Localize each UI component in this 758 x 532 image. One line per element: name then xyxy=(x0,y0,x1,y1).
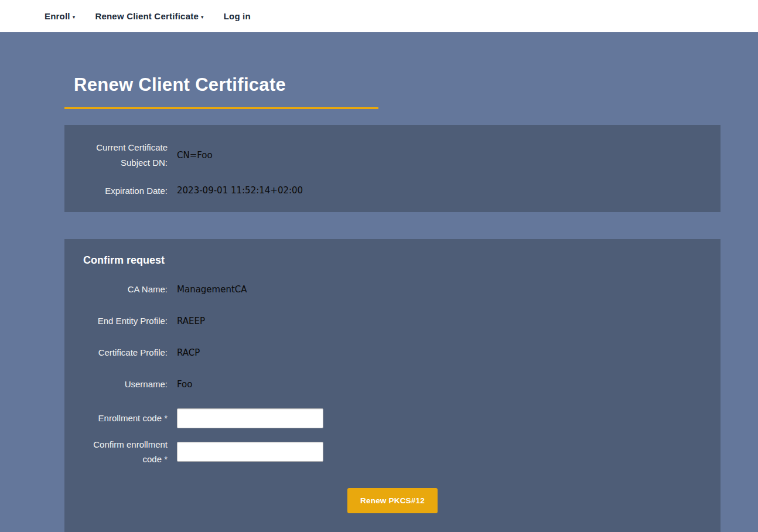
confirm-request-panel: Confirm request CA Name: ManagementCA En… xyxy=(64,239,721,532)
field-row-expiration-date: Expiration Date: 2023-09-01 11:52:14+02:… xyxy=(82,183,703,199)
subject-dn-label: Current Certificate Subject DN: xyxy=(82,140,168,170)
end-entity-profile-label: End Entity Profile: xyxy=(82,313,168,329)
page-title: Renew Client Certificate xyxy=(64,74,378,109)
ca-name-label: CA Name: xyxy=(82,282,168,297)
confirm-enrollment-code-input[interactable] xyxy=(177,442,323,462)
end-entity-profile-value: RAEEP xyxy=(177,316,205,326)
field-row-ca-name: CA Name: ManagementCA xyxy=(82,282,703,297)
username-value: Foo xyxy=(177,379,192,390)
certificate-profile-value: RACP xyxy=(177,347,200,358)
expiration-date-label: Expiration Date: xyxy=(82,183,168,199)
subject-dn-value: CN=Foo xyxy=(177,150,213,161)
nav-item-login-label: Log in xyxy=(224,11,251,21)
nav-item-renew-client-certificate[interactable]: Renew Client Certificate ▾ xyxy=(95,11,203,21)
chevron-down-icon: ▾ xyxy=(201,14,204,20)
certificate-info-panel: Current Certificate Subject DN: CN=Foo E… xyxy=(64,125,721,212)
field-row-end-entity-profile: End Entity Profile: RAEEP xyxy=(82,313,703,329)
field-row-subject-dn: Current Certificate Subject DN: CN=Foo xyxy=(82,140,703,170)
confirm-enrollment-code-label: Confirm enrollment code * xyxy=(82,437,168,468)
top-navbar: Enroll ▾ Renew Client Certificate ▾ Log … xyxy=(0,0,758,32)
username-label: Username: xyxy=(82,377,168,392)
renew-pkcs12-button[interactable]: Renew PKCS#12 xyxy=(347,488,438,513)
nav-item-renew-label: Renew Client Certificate xyxy=(95,11,199,21)
expiration-date-value: 2023-09-01 11:52:14+02:00 xyxy=(177,185,303,196)
confirm-request-heading: Confirm request xyxy=(82,254,703,267)
field-row-enrollment-code: Enrollment code * xyxy=(82,408,703,428)
chevron-down-icon: ▾ xyxy=(73,14,76,20)
certificate-profile-label: Certificate Profile: xyxy=(82,345,168,360)
ca-name-value: ManagementCA xyxy=(177,284,247,295)
nav-item-enroll[interactable]: Enroll ▾ xyxy=(45,11,75,21)
nav-item-enroll-label: Enroll xyxy=(45,11,70,21)
field-row-certificate-profile: Certificate Profile: RACP xyxy=(82,345,703,360)
field-row-confirm-enrollment-code: Confirm enrollment code * xyxy=(82,437,703,468)
field-row-username: Username: Foo xyxy=(82,377,703,392)
main-content: Renew Client Certificate Current Certifi… xyxy=(64,74,721,532)
enrollment-code-input[interactable] xyxy=(177,408,323,428)
button-row: Renew PKCS#12 xyxy=(82,488,703,513)
nav-item-log-in[interactable]: Log in xyxy=(224,11,251,21)
enrollment-code-label: Enrollment code * xyxy=(82,411,168,426)
